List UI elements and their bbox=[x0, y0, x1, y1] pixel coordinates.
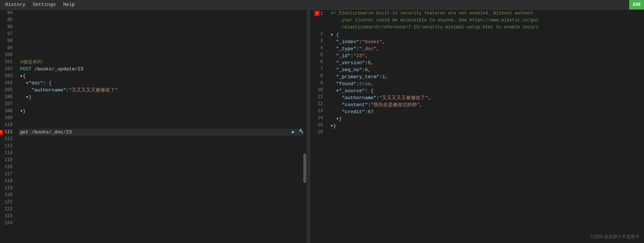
line-num-122: 122 bbox=[0, 206, 16, 213]
line-num-114: 114 bbox=[0, 150, 16, 157]
line-num-118: 118 bbox=[0, 178, 16, 185]
line-num-95: 95 bbox=[0, 17, 16, 24]
code-line-95 bbox=[18, 17, 307, 24]
resp-line-num-3: 3 bbox=[310, 38, 326, 45]
resp-line-14: ▾ } bbox=[329, 115, 644, 122]
line-num-104: 104 bbox=[0, 80, 16, 87]
line-num-101: 101 bbox=[0, 59, 16, 66]
code-line-111[interactable]: ▶ 🔧 bbox=[18, 129, 307, 136]
resp-line-11: "authorname" : "又又又又又被修改了", bbox=[329, 94, 644, 101]
code-line-124 bbox=[18, 220, 307, 227]
code-line-94 bbox=[18, 10, 307, 17]
resp-line-num-5: 5 bbox=[310, 52, 326, 59]
resp-line-6: "_version" : 5, bbox=[329, 59, 644, 66]
run-button[interactable]: ▶ bbox=[290, 129, 297, 136]
code-line-115 bbox=[18, 157, 307, 164]
code-line-120 bbox=[18, 192, 307, 199]
line-num-110: 110 bbox=[0, 122, 16, 129]
main-content: 94 95 96 97 98 99 100 101 102 103 104 10… bbox=[0, 10, 644, 243]
query-input[interactable] bbox=[20, 129, 290, 136]
resp-line-5: "_id" : "23", bbox=[329, 52, 644, 59]
resp-line-12: "content" : "我先在是修改过的帅", bbox=[329, 101, 644, 108]
line-num-112: 112 bbox=[0, 136, 16, 143]
left-scroll-thumb[interactable] bbox=[303, 153, 306, 183]
code-line-99 bbox=[18, 45, 307, 52]
code-line-117 bbox=[18, 171, 307, 178]
menu-bar: History Settings Help 200 bbox=[0, 0, 644, 10]
resp-line-2: ▾ { bbox=[329, 31, 644, 38]
resp-line-3: "_index" : "books", bbox=[329, 38, 644, 45]
left-editor: 94 95 96 97 98 99 100 101 102 103 104 10… bbox=[0, 10, 307, 243]
pane-divider[interactable]: ⋮ bbox=[307, 10, 310, 243]
http-method: POST bbox=[20, 66, 31, 73]
resp-line-num-2: 2 bbox=[310, 31, 326, 38]
resp-line-num-16: 16 bbox=[310, 129, 326, 136]
menu-history[interactable]: History bbox=[1, 1, 29, 8]
line-num-100: 100 bbox=[0, 52, 16, 59]
line-num-99: 99 bbox=[0, 45, 16, 52]
line-num-107: 107 bbox=[0, 101, 16, 108]
resp-line-15: ▾ } bbox=[329, 122, 644, 129]
resp-line-16 bbox=[329, 129, 644, 136]
code-line-116 bbox=[18, 164, 307, 171]
resp-comment-3: /elasticsearch/reference/7.15/security-m… bbox=[331, 24, 643, 31]
error-indicator: ✕ bbox=[0, 130, 3, 135]
line-num-113: 113 bbox=[0, 143, 16, 150]
line-num-116: 116 bbox=[0, 164, 16, 171]
code-line-123 bbox=[18, 213, 307, 220]
comment-text: #修改单列 bbox=[20, 59, 42, 66]
line-num-123: 123 bbox=[0, 213, 16, 220]
http-path: /books/_update/23 bbox=[31, 66, 83, 73]
line-num-94: 94 bbox=[0, 10, 16, 17]
response-line-numbers: ✕1 2 3 4 5 6 7 8 9 10 11 12 13 14 15 16 bbox=[310, 10, 329, 243]
watermark: CSDN @蓝胖子不是胖子 bbox=[590, 234, 640, 240]
response-code-area: #! Elasticsearch built-in security featu… bbox=[329, 10, 644, 243]
code-line-104: ▾ "doc": { bbox=[18, 80, 307, 87]
code-line-98 bbox=[18, 38, 307, 45]
response-content: ✕1 2 3 4 5 6 7 8 9 10 11 12 13 14 15 16 bbox=[310, 10, 644, 243]
resp-error-icon: ✕ bbox=[314, 11, 320, 16]
resp-line-num-6: 6 bbox=[310, 59, 326, 66]
line-num-119: 119 bbox=[0, 185, 16, 192]
resp-line-7: "_seq_no" : 6, bbox=[329, 66, 644, 73]
code-line-97 bbox=[18, 31, 307, 38]
code-line-109 bbox=[18, 115, 307, 122]
line-num-103: 103 bbox=[0, 73, 16, 80]
code-line-105: "authorname":"又又又又又被修改了" bbox=[18, 87, 307, 94]
resp-line-13: "credit" : 67 bbox=[329, 108, 644, 115]
code-line-102: POST /books/_update/23 bbox=[18, 66, 307, 73]
line-num-121: 121 bbox=[0, 199, 16, 206]
line-num-111: ✕111 bbox=[0, 129, 16, 136]
line-num-120: 120 bbox=[0, 192, 16, 199]
left-scrollbar[interactable] bbox=[303, 10, 307, 243]
resp-line-num-9: 9 bbox=[310, 80, 326, 87]
resp-line-num-13: 13 bbox=[310, 108, 326, 115]
code-line-121 bbox=[18, 199, 307, 206]
resp-line-num-10: 10 bbox=[310, 87, 326, 94]
line-numbers: 94 95 96 97 98 99 100 101 102 103 104 10… bbox=[0, 10, 18, 243]
line-num-117: 117 bbox=[0, 171, 16, 178]
resp-line-num-1: ✕1 bbox=[310, 10, 326, 31]
menu-settings[interactable]: Settings bbox=[29, 1, 59, 8]
code-area[interactable]: #修改单列 POST /books/_update/23 ▾ { ▾ "doc"… bbox=[18, 10, 307, 243]
resp-line-9: "found" : true, bbox=[329, 80, 644, 87]
right-response-pane: ✕1 2 3 4 5 6 7 8 9 10 11 12 13 14 15 16 bbox=[310, 10, 644, 243]
resp-line-10: ▾ "_source" : { bbox=[329, 87, 644, 94]
resp-line-8: "_primary_term" : 1, bbox=[329, 73, 644, 80]
code-line-119 bbox=[18, 185, 307, 192]
code-line-113 bbox=[18, 143, 307, 150]
line-num-124: 124 bbox=[0, 220, 16, 227]
code-line-106: ▾ } bbox=[18, 94, 307, 101]
resp-line-num-12: 12 bbox=[310, 101, 326, 108]
line-num-105: 105 bbox=[0, 87, 16, 94]
menu-help[interactable]: Help bbox=[59, 1, 78, 8]
resp-line-4: "_type" : "_doc", bbox=[329, 45, 644, 52]
code-line-108: ▾ } bbox=[18, 108, 307, 115]
code-line-101: #修改单列 bbox=[18, 59, 307, 66]
resp-line-num-8: 8 bbox=[310, 73, 326, 80]
resp-comment-2: your cluster could be accessible to anyo… bbox=[331, 17, 643, 24]
resp-line-1: #! Elasticsearch built-in security featu… bbox=[329, 10, 644, 31]
editor-content: 94 95 96 97 98 99 100 101 102 103 104 10… bbox=[0, 10, 307, 243]
line-num-97: 97 bbox=[0, 31, 16, 38]
resp-line-num-11: 11 bbox=[310, 94, 326, 101]
